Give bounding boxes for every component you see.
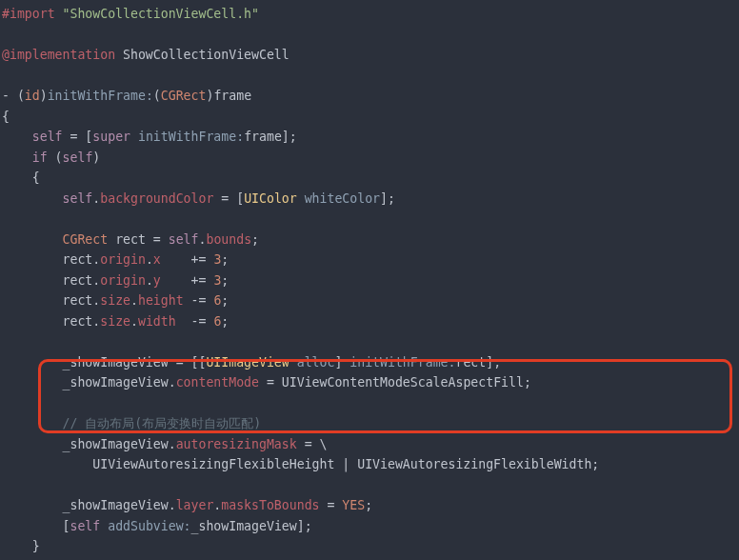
ivar-showimageview: _showImageView <box>63 375 169 390</box>
call-initwithframe: initWithFrame: <box>350 355 455 370</box>
const-flexheight: UIViewAutoresizingFlexibleHeight <box>92 457 334 471</box>
implementation-directive: @implementation <box>2 48 115 62</box>
var-rect: rect <box>63 314 93 329</box>
class-uicolor: UIColor <box>244 191 297 206</box>
import-file: "ShowCollectionViewCell.h" <box>63 7 259 21</box>
ivar-showimageview: _showImageView <box>63 437 169 451</box>
var-rect: rect <box>455 355 486 370</box>
var-rect: rect <box>63 252 93 267</box>
prop-origin: origin <box>100 252 146 267</box>
prop-height: height <box>138 293 184 308</box>
class-uiimageview: UIImageView <box>206 355 289 370</box>
kw-self: self <box>63 191 93 206</box>
import-directive: #import <box>2 7 55 21</box>
prop-maskstobounds: masksToBounds <box>221 498 319 512</box>
prop-bounds: bounds <box>206 232 251 247</box>
call-alloc: alloc <box>297 355 335 370</box>
param-name: frame <box>213 89 251 103</box>
prop-autoresizingmask: autoresizingMask <box>176 437 297 451</box>
prop-contentmode: contentMode <box>176 375 259 390</box>
method-selector: initWithFrame: <box>48 89 153 103</box>
ivar-showimageview: _showImageView <box>191 519 297 533</box>
kw-self: self <box>63 150 93 165</box>
prop-size: size <box>100 293 130 308</box>
prop-layer: layer <box>176 498 214 512</box>
param-type: CGRect <box>161 89 207 103</box>
prop-origin: origin <box>100 273 146 288</box>
return-type: id <box>25 89 40 103</box>
call-initwithframe: initWithFrame: <box>138 130 244 144</box>
kw-self: self <box>169 232 199 247</box>
prop-x: x <box>153 252 161 267</box>
var-rect: rect <box>63 293 93 308</box>
kw-if: if <box>32 150 48 165</box>
const-yes: YES <box>342 498 365 512</box>
implementation-class: ShowCollectionViewCell <box>123 48 290 62</box>
type-cgrect: CGRect <box>63 232 109 247</box>
call-addsubview: addSubview: <box>108 519 190 533</box>
prop-y: y <box>153 273 161 288</box>
const-aspectfill: UIViewContentModeScaleAspectFill <box>282 375 524 390</box>
kw-super: super <box>92 130 130 144</box>
prop-backgroundcolor: backgroundColor <box>100 191 213 206</box>
call-whitecolor: whiteColor <box>305 191 380 206</box>
comment-autolayout: // 自动布局(布局变换时自动匹配) <box>63 416 262 430</box>
ivar-showimageview: _showImageView <box>63 498 169 512</box>
kw-self: self <box>32 130 63 144</box>
var-rect: rect <box>63 273 93 288</box>
const-flexwidth: UIViewAutoresizingFlexibleWidth <box>357 457 591 471</box>
prop-width: width <box>138 314 176 329</box>
var-rect: rect <box>115 232 146 247</box>
code-editor[interactable]: #import "ShowCollectionViewCell.h" @impl… <box>0 0 739 560</box>
var-frame: frame <box>244 130 282 144</box>
ivar-showimageview: _showImageView <box>63 355 169 370</box>
kw-self: self <box>70 519 100 533</box>
prop-size: size <box>100 314 130 329</box>
